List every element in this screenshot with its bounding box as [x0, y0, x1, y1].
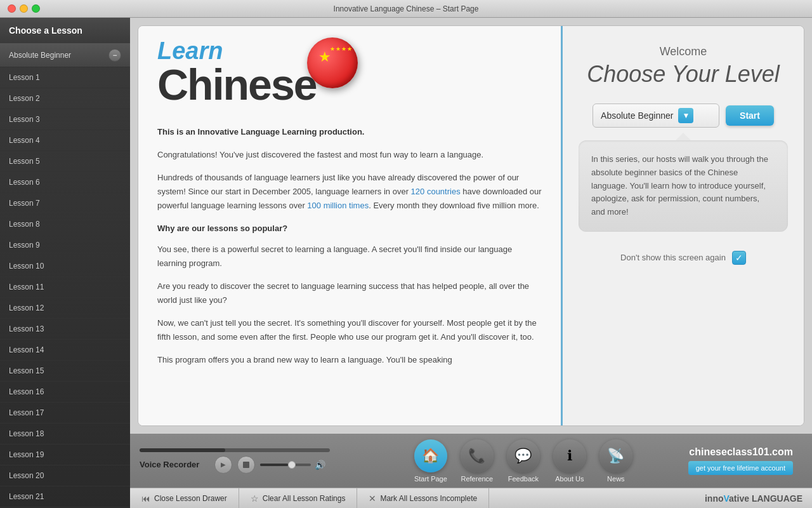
sidebar-item-lesson-8[interactable]: Lesson 8	[0, 214, 130, 235]
title-bar: Innovative Language Chinese – Start Page	[0, 0, 812, 18]
feedback-icon: 💬	[507, 439, 540, 472]
logo-chinese-text: Chinese	[157, 63, 317, 106]
dont-show-row: Don't show this screen again ✓	[579, 251, 788, 265]
sidebar-item-lesson-21[interactable]: Lesson 21	[0, 486, 130, 507]
nav-label-feedback: Feedback	[508, 475, 539, 483]
x-icon: ✕	[369, 493, 376, 504]
sidebar-item-lesson-13[interactable]: Lesson 13	[0, 319, 130, 340]
close-drawer-label: Close Lesson Drawer	[154, 494, 227, 503]
app-container: Choose a Lesson Absolute Beginner − Less…	[0, 18, 812, 508]
mark-incomplete-button[interactable]: ✕ Mark All Lessons Incomplete	[357, 488, 489, 508]
sidebar-level-row[interactable]: Absolute Beginner −	[0, 44, 130, 67]
volume-knob[interactable]	[288, 461, 296, 469]
nav-item-about-us[interactable]: ℹ About Us	[548, 436, 591, 486]
stop-icon	[243, 462, 249, 468]
sidebar-item-lesson-7[interactable]: Lesson 7	[0, 193, 130, 214]
star-icon: ☆	[251, 493, 259, 504]
start-button[interactable]: Start	[726, 105, 774, 126]
level-dropdown-value: Absolute Beginner	[601, 110, 673, 121]
dont-show-checkbox[interactable]: ✓	[732, 251, 746, 265]
sidebar-item-lesson-18[interactable]: Lesson 18	[0, 424, 130, 444]
progress-bar-fill	[140, 448, 225, 452]
content-para-4: Are you ready to discover the secret to …	[157, 279, 542, 307]
nav-label-start-page: Start Page	[414, 475, 447, 483]
brand-url-bold: class101	[727, 446, 769, 457]
news-icon: 📡	[599, 439, 632, 472]
sidebar-item-lesson-9[interactable]: Lesson 9	[0, 235, 130, 256]
content-para-2: Hundreds of thousands of language learne…	[157, 171, 542, 213]
nav-icons-section: 🏠 Start Page 📞 Reference 💬 Feedback ℹ Ab…	[368, 436, 679, 486]
innov-v: V	[724, 493, 730, 504]
stop-button[interactable]	[237, 456, 255, 474]
voice-recorder-section: Voice Recorder ▶ 🔊	[140, 448, 368, 474]
level-selector-row: Absolute Beginner ▼ Start	[579, 104, 788, 128]
about-us-icon: ℹ	[553, 439, 586, 472]
sidebar-lessons-list: Lesson 1 Lesson 2 Lesson 3 Lesson 4 Less…	[0, 67, 130, 508]
nav-item-start-page[interactable]: 🏠 Start Page	[409, 436, 452, 486]
sidebar-item-lesson-1[interactable]: Lesson 1	[0, 67, 130, 88]
highlight-times: 100 million times	[307, 201, 369, 210]
dropdown-arrow-icon[interactable]: ▼	[678, 108, 693, 123]
volume-slider[interactable]	[260, 464, 311, 466]
volume-fill	[260, 464, 288, 466]
traffic-lights	[8, 4, 40, 13]
content-para-6: This program offers you a brand new way …	[157, 353, 542, 367]
nav-item-news[interactable]: 📡 News	[594, 436, 638, 486]
branding-section: chineseclass101.com get your free lifeti…	[679, 446, 802, 475]
sidebar-item-lesson-10[interactable]: Lesson 10	[0, 256, 130, 277]
nav-item-feedback[interactable]: 💬 Feedback	[502, 436, 545, 486]
sidebar-item-lesson-4[interactable]: Lesson 4	[0, 130, 130, 151]
close-button[interactable]	[8, 4, 16, 13]
brand-cta-button[interactable]: get your free lifetime account	[688, 461, 793, 475]
dont-show-label: Don't show this screen again	[620, 253, 726, 262]
china-flag-icon	[307, 37, 358, 88]
window-title: Innovative Language Chinese – Start Page	[334, 4, 479, 13]
logo-area: Learn Chinese	[157, 39, 542, 106]
progress-bar	[140, 448, 330, 452]
close-lesson-drawer-button[interactable]: ⏮ Close Lesson Drawer	[130, 488, 239, 508]
sidebar-item-lesson-16[interactable]: Lesson 16	[0, 382, 130, 403]
content-para-5: Now, we can't just tell you the secret. …	[157, 316, 542, 344]
sidebar-item-lesson-3[interactable]: Lesson 3	[0, 109, 130, 130]
clear-ratings-label: Clear All Lesson Ratings	[263, 494, 346, 503]
sidebar-item-lesson-5[interactable]: Lesson 5	[0, 151, 130, 172]
sidebar-item-lesson-20[interactable]: Lesson 20	[0, 465, 130, 486]
nav-label-reference: Reference	[461, 475, 493, 483]
sidebar-item-lesson-11[interactable]: Lesson 11	[0, 277, 130, 298]
highlight-countries: 120 countries	[411, 187, 461, 196]
mark-incomplete-label: Mark All Lessons Incomplete	[380, 494, 477, 503]
sidebar-item-lesson-14[interactable]: Lesson 14	[0, 340, 130, 361]
minimize-button[interactable]	[20, 4, 28, 13]
logo-learn-text: Learn	[157, 39, 223, 63]
sidebar-header: Choose a Lesson	[0, 18, 130, 44]
right-panel: Welcome Choose Your Level Absolute Begin…	[563, 26, 804, 425]
content-para-3: You see, there is a powerful secret to l…	[157, 243, 542, 271]
bottom-bar: Voice Recorder ▶ 🔊	[130, 434, 812, 488]
innovative-logo: innoVative LANGUAGE	[705, 493, 812, 504]
intro-bold: This is an Innovative Language Learning …	[157, 125, 542, 139]
clear-ratings-button[interactable]: ☆ Clear All Lesson Ratings	[239, 488, 358, 508]
content-window: Learn Chinese This is an Innovative Lang…	[138, 25, 804, 426]
section-title-popular: Why are our lessons so popular?	[157, 222, 542, 236]
nav-item-reference[interactable]: 📞 Reference	[455, 436, 499, 486]
sidebar-item-lesson-2[interactable]: Lesson 2	[0, 88, 130, 109]
sidebar-level-label: Absolute Beginner	[9, 51, 71, 60]
nav-label-news: News	[607, 475, 625, 483]
sidebar-item-lesson-15[interactable]: Lesson 15	[0, 361, 130, 382]
sidebar-item-lesson-17[interactable]: Lesson 17	[0, 403, 130, 424]
maximize-button[interactable]	[32, 4, 40, 13]
choose-level-label: Choose Your Level	[587, 61, 780, 88]
play-button[interactable]: ▶	[214, 456, 232, 474]
footer-action-bar: ⏮ Close Lesson Drawer ☆ Clear All Lesson…	[130, 488, 812, 508]
sidebar-collapse-btn[interactable]: −	[108, 49, 121, 62]
sidebar-item-lesson-6[interactable]: Lesson 6	[0, 172, 130, 193]
content-para-1: Congratulations! You've just discovered …	[157, 148, 542, 162]
left-panel: Learn Chinese This is an Innovative Lang…	[138, 26, 563, 425]
reference-icon: 📞	[461, 439, 494, 472]
volume-icon: 🔊	[315, 460, 325, 470]
sidebar-item-lesson-19[interactable]: Lesson 19	[0, 444, 130, 465]
level-dropdown[interactable]: Absolute Beginner ▼	[593, 104, 719, 128]
volume-slider-container: 🔊	[260, 460, 325, 470]
sidebar-item-lesson-12[interactable]: Lesson 12	[0, 298, 130, 319]
sidebar: Choose a Lesson Absolute Beginner − Less…	[0, 18, 130, 508]
